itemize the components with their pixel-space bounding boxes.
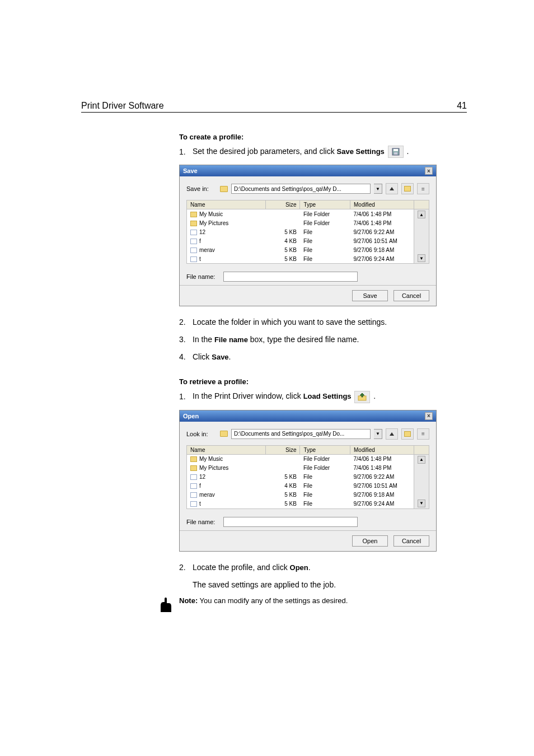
- filename-input[interactable]: [223, 517, 358, 527]
- step: 2. Locate the folder in which you want t…: [179, 316, 467, 328]
- col-modified[interactable]: Modified: [350, 445, 414, 454]
- filename-bold: File name: [214, 335, 248, 344]
- step: 4. Click Save.: [179, 351, 467, 363]
- filename-label: File name:: [186, 519, 220, 525]
- table-row[interactable]: merav5 KBFile9/27/06 9:18 AM: [187, 245, 429, 254]
- new-folder-button[interactable]: [401, 183, 414, 194]
- cancel-button[interactable]: Cancel: [394, 535, 429, 547]
- step-number: 1.: [179, 391, 193, 403]
- page-header: Print Driver Software 41: [81, 101, 467, 113]
- table-row[interactable]: My MusicFile Folder7/4/06 1:48 PM▲▼: [187, 209, 429, 219]
- step-text: The saved settings are applied to the jo…: [193, 579, 336, 591]
- chevron-down-icon[interactable]: ▼: [374, 184, 382, 194]
- folder-icon: [220, 186, 228, 192]
- scroll-header: [414, 445, 429, 454]
- folder-icon: [190, 221, 197, 226]
- load-settings-icon: [354, 391, 370, 403]
- up-folder-button[interactable]: [386, 183, 398, 194]
- step-number: 4.: [179, 351, 193, 363]
- filename-label: File name:: [186, 273, 220, 280]
- section-retrieve-heading: To retrieve a profile:: [179, 377, 467, 386]
- folder-icon: [220, 431, 228, 437]
- file-icon: [190, 256, 197, 262]
- step-text: In the Print Driver window, click Load S…: [193, 390, 376, 403]
- folder-icon: [190, 456, 197, 462]
- col-name[interactable]: Name: [187, 200, 266, 209]
- note-hand-icon: [157, 596, 175, 614]
- save-dialog: Save × Save in: D:\Documents and Setting…: [179, 165, 437, 306]
- table-row[interactable]: 125 KBFile9/27/06 9:22 AM: [187, 227, 429, 236]
- file-icon: [190, 501, 197, 507]
- step-number: 2.: [179, 562, 193, 573]
- scroll-up-icon[interactable]: ▲: [418, 211, 425, 218]
- path-combo[interactable]: D:\Documents and Settings\pos_qa\My D...: [231, 184, 371, 194]
- new-folder-button[interactable]: [401, 428, 414, 440]
- save-settings-icon: [388, 146, 404, 158]
- dialog-titlebar: Save ×: [180, 165, 436, 176]
- dialog-titlebar: Open ×: [180, 410, 436, 422]
- step: 3. In the File name box, type the desire…: [179, 334, 467, 346]
- file-icon: [190, 474, 197, 480]
- savein-label: Save in:: [186, 185, 217, 192]
- step-text: In the File name box, type the desired f…: [193, 334, 359, 346]
- col-name[interactable]: Name: [187, 445, 266, 454]
- table-row[interactable]: My PicturesFile Folder7/4/06 1:48 PM: [187, 464, 429, 473]
- filename-input[interactable]: [223, 272, 358, 282]
- table-row[interactable]: My MusicFile Folder7/4/06 1:48 PM▲▼: [187, 454, 429, 464]
- file-list: Name Size Type Modified My MusicFile Fol…: [186, 200, 429, 264]
- table-row[interactable]: merav5 KBFile9/27/06 9:18 AM: [187, 491, 429, 500]
- open-button[interactable]: Open: [352, 535, 388, 547]
- scroll-down-icon[interactable]: ▼: [418, 254, 425, 262]
- lookin-label: Look in:: [186, 431, 217, 437]
- scroll-up-icon[interactable]: ▲: [418, 456, 425, 464]
- svg-rect-2: [394, 152, 397, 155]
- chevron-down-icon[interactable]: ▼: [374, 429, 382, 439]
- load-settings-label: Load Settings: [303, 392, 352, 400]
- close-icon[interactable]: ×: [425, 167, 433, 175]
- up-folder-button[interactable]: [386, 428, 398, 440]
- file-icon: [190, 492, 197, 498]
- table-row[interactable]: f4 KBFile9/27/06 10:51 AM: [187, 482, 429, 491]
- view-menu-button[interactable]: [417, 428, 429, 440]
- header-title: Print Driver Software: [81, 101, 164, 111]
- folder-icon: [190, 465, 197, 471]
- save-button[interactable]: Save: [352, 290, 388, 301]
- table-row[interactable]: t5 KBFile9/27/06 9:24 AM: [187, 500, 429, 509]
- scroll-down-icon[interactable]: ▼: [418, 500, 425, 507]
- col-size[interactable]: Size: [265, 445, 300, 454]
- step: 1. Set the desired job parameters, and c…: [179, 146, 467, 158]
- dialog-title: Save: [183, 167, 198, 174]
- section-create-heading: To create a profile:: [179, 133, 467, 141]
- col-type[interactable]: Type: [300, 445, 350, 454]
- step: 1. In the Print Driver window, click Loa…: [179, 390, 467, 403]
- svg-rect-1: [394, 149, 398, 151]
- save-bold: Save: [212, 353, 228, 361]
- table-row[interactable]: 125 KBFile9/27/06 9:22 AM: [187, 473, 429, 482]
- table-row[interactable]: t5 KBFile9/27/06 9:24 AM: [187, 254, 429, 264]
- step-text: Click Save.: [193, 351, 231, 363]
- open-bold: Open: [290, 563, 308, 572]
- col-modified[interactable]: Modified: [350, 200, 414, 209]
- step-extra: The saved settings are applied to the jo…: [193, 579, 467, 591]
- col-type[interactable]: Type: [300, 200, 350, 209]
- open-dialog: Open × Look in: D:\Documents and Setting…: [179, 410, 437, 552]
- close-icon[interactable]: ×: [425, 412, 433, 420]
- file-icon: [190, 248, 197, 253]
- col-size[interactable]: Size: [265, 200, 300, 209]
- step-text: Locate the folder in which you want to s…: [193, 316, 387, 328]
- table-row[interactable]: f4 KBFile9/27/06 10:51 AM: [187, 236, 429, 245]
- step-number: 2.: [179, 316, 193, 328]
- scroll-header: [414, 200, 429, 209]
- cancel-button[interactable]: Cancel: [394, 290, 429, 301]
- scrollbar[interactable]: ▲▼: [414, 209, 429, 264]
- path-combo[interactable]: D:\Documents and Settings\pos_qa\My Do..…: [231, 429, 371, 439]
- page-number: 41: [457, 101, 467, 111]
- note: Note: You can modify any of the settings…: [157, 596, 467, 614]
- step-number: 1.: [179, 146, 193, 158]
- table-row[interactable]: My PicturesFile Folder7/4/06 1:48 PM: [187, 218, 429, 227]
- view-menu-button[interactable]: [417, 183, 429, 194]
- note-label: Note:: [179, 596, 198, 605]
- file-list: Name Size Type Modified My MusicFile Fol…: [186, 445, 429, 509]
- scrollbar[interactable]: ▲▼: [414, 454, 429, 508]
- note-text: Note: You can modify any of the settings…: [179, 596, 348, 614]
